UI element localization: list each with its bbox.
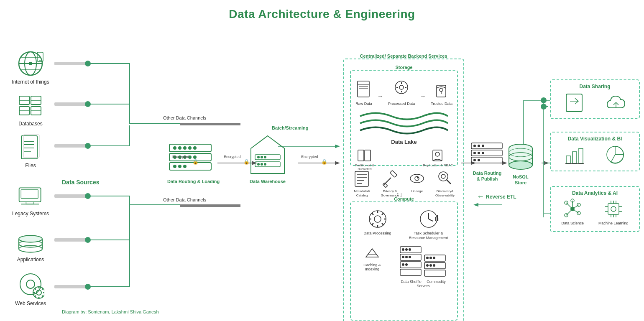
svg-rect-194	[579, 148, 583, 163]
data-science: Data Science	[561, 199, 584, 225]
data-analytics-title: Data Analytics & AI	[554, 190, 636, 196]
svg-point-111	[399, 85, 404, 89]
svg-point-90	[178, 165, 181, 168]
data-sources-label: Data Sources	[62, 179, 99, 186]
data-sharing-title: Data Sharing	[554, 84, 636, 89]
svg-point-89	[173, 165, 176, 168]
svg-point-130	[439, 172, 448, 181]
svg-point-176	[473, 152, 476, 154]
encrypted-label-1: Encrypted	[172, 155, 189, 159]
data-viz-title: Data Visualization & BI	[554, 136, 636, 142]
svg-point-167	[426, 264, 429, 267]
raw-data: Raw Data	[355, 79, 372, 106]
webservices-icon	[17, 272, 44, 299]
discovery-icon	[437, 170, 453, 188]
backend-label: Centralized/ Separate Backend Services	[358, 54, 449, 59]
page-title: Data Architecture & Engineering	[0, 0, 644, 21]
svg-point-169	[433, 264, 435, 267]
routing-loading-icon	[167, 142, 215, 176]
svg-rect-102	[358, 81, 369, 97]
metadata-catalog: Metadata&Catalog	[350, 170, 375, 197]
svg-point-205	[570, 207, 575, 211]
svg-point-165	[433, 257, 435, 259]
privacy-icon	[382, 170, 399, 188]
svg-rect-179	[471, 157, 502, 163]
svg-point-61	[19, 236, 42, 242]
data-processing-icon	[367, 209, 388, 229]
encrypted-label-3: Encrypted	[301, 155, 318, 159]
svg-rect-189	[566, 94, 582, 112]
caching-icon	[364, 245, 381, 261]
svg-rect-115	[358, 150, 364, 161]
svg-rect-175	[471, 150, 502, 156]
svg-rect-171	[471, 143, 502, 149]
data-viz-box: Data Visualization & BI	[550, 132, 640, 171]
svg-point-7	[85, 101, 91, 107]
svg-point-91	[183, 165, 187, 168]
svg-point-152	[405, 248, 408, 251]
processed-data: Processed Data	[388, 79, 415, 106]
routing-publish-icon	[470, 142, 504, 167]
svg-rect-161	[400, 269, 421, 275]
replication-rbac: Replication & RBAC	[423, 149, 453, 171]
svg-point-153	[409, 248, 411, 251]
applications-icon	[17, 228, 44, 255]
svg-rect-124	[390, 171, 397, 178]
connection-lines	[0, 25, 644, 321]
svg-point-129	[417, 177, 419, 178]
svg-rect-56	[21, 190, 38, 198]
svg-rect-4	[54, 238, 88, 242]
applications-label: Applications	[17, 257, 44, 262]
trusted-data-icon	[433, 79, 450, 100]
svg-point-177	[478, 152, 480, 154]
svg-point-97	[264, 156, 266, 158]
raw-data-icon	[355, 79, 372, 100]
svg-line-72	[35, 288, 36, 290]
files-label: Files	[25, 163, 36, 168]
svg-rect-193	[572, 152, 577, 163]
svg-rect-5	[54, 285, 88, 288]
svg-point-173	[478, 145, 480, 147]
svg-point-160	[405, 263, 408, 266]
processed-data-icon	[393, 79, 410, 100]
ml-icon	[603, 199, 624, 219]
source-files: Files	[8, 134, 54, 168]
svg-rect-116	[365, 150, 371, 161]
compute-label: Compute	[392, 196, 416, 201]
svg-point-79	[183, 146, 187, 150]
databases-label: Databases	[18, 121, 42, 127]
svg-point-164	[429, 257, 432, 259]
commodity-servers-stack: Data Shuffle Commodity Servers	[396, 245, 450, 289]
svg-rect-49	[21, 136, 37, 159]
lineage: Lineage	[406, 170, 429, 194]
nosql-store: NoSQLStore	[506, 142, 535, 186]
svg-point-78	[178, 146, 181, 150]
machine-learning: Machine Learning	[598, 199, 629, 225]
svg-point-40	[29, 62, 32, 65]
data-warehouse: Batch/Streaming Data Warehouse	[247, 134, 289, 184]
servers-icon	[398, 245, 448, 278]
reverse-etl-label: Reverse ETL	[486, 194, 516, 200]
lock-icon-3: 🔒	[321, 159, 327, 165]
svg-point-178	[482, 152, 484, 154]
cloud-upload-icon	[605, 92, 626, 113]
svg-point-157	[409, 256, 411, 258]
svg-point-163	[426, 257, 429, 259]
svg-line-75	[35, 296, 36, 297]
warehouse-icon	[247, 134, 289, 176]
svg-rect-126	[383, 183, 387, 187]
svg-point-172	[473, 145, 476, 147]
svg-point-174	[482, 145, 484, 147]
svg-rect-0	[54, 62, 88, 65]
data-sharing-box: Data Sharing	[550, 79, 640, 119]
warehouse-label: Data Warehouse	[247, 179, 289, 184]
svg-point-168	[429, 264, 432, 267]
svg-point-100	[261, 163, 263, 166]
diagram-credit: Diagram by: Sontenam, Lakshmi Shiva Gane…	[62, 309, 159, 314]
svg-line-125	[384, 178, 391, 185]
datalake-label: Data Lake	[351, 139, 457, 145]
svg-point-180	[473, 159, 476, 161]
svg-point-118	[435, 152, 440, 156]
iot-icon	[17, 50, 44, 77]
svg-point-96	[261, 156, 263, 158]
